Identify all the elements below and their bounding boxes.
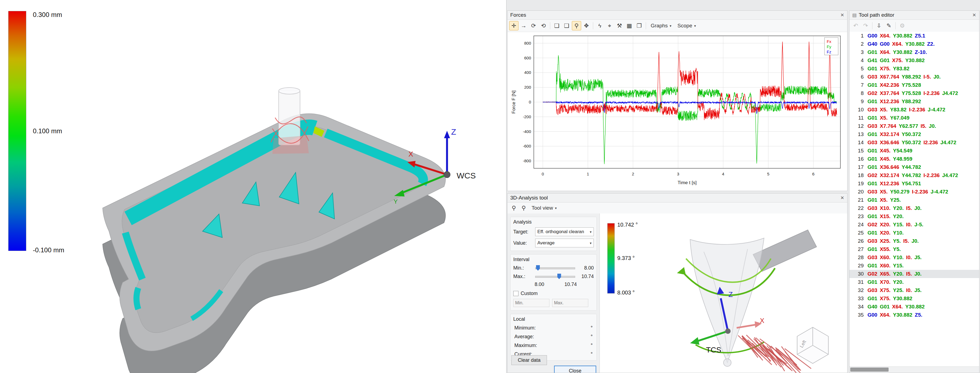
gcode-line[interactable]: 22G03X10.Y20.I5.J0. bbox=[850, 204, 979, 213]
statistics-icon[interactable]: ▦ bbox=[625, 21, 634, 30]
toolpath-settings-icon[interactable]: ⚙ bbox=[897, 21, 907, 30]
gcode-line[interactable]: 29G01X60.Y15. bbox=[850, 262, 979, 270]
interval-min-slider[interactable] bbox=[535, 265, 575, 271]
custom-min-input[interactable] bbox=[513, 299, 549, 307]
gcode-line[interactable]: 19G01X12.236Y54.751 bbox=[850, 179, 979, 188]
gcode-line[interactable]: 4G41G01X75.Y30.882 bbox=[850, 56, 979, 65]
collision-check-icon[interactable]: ⚒ bbox=[615, 21, 624, 30]
gcode-line[interactable]: 1G00X64.Y30.882Z5.1 bbox=[850, 32, 979, 40]
zoom-window-icon[interactable]: ❑ bbox=[562, 21, 571, 30]
gcode-list[interactable]: 1G00X64.Y30.882Z5.12G40G00X64.Y30.882Z2.… bbox=[850, 32, 979, 367]
gcode-token: Y30.882 bbox=[893, 312, 912, 318]
gcode-line[interactable]: 13G01X32.174Y50.372 bbox=[850, 130, 979, 138]
rotate-view-icon[interactable]: ⟲ bbox=[539, 21, 548, 30]
gcode-line[interactable]: 18G02X32.174Y44.782I-2.236J4.472 bbox=[850, 171, 979, 179]
gcode-line[interactable]: 34G40G01X64.Y30.882 bbox=[850, 303, 979, 311]
gcode-line[interactable]: 8G02X37.764Y75.528I-2.236J4.472 bbox=[850, 89, 979, 97]
svg-text:800: 800 bbox=[524, 41, 531, 45]
slider-thumb[interactable] bbox=[536, 265, 540, 271]
gcode-line[interactable]: 35G00X64.Y30.882Z5. bbox=[850, 311, 979, 319]
target-select[interactable]: Eff. orthogonal clearan ▾ bbox=[535, 227, 594, 236]
close-button[interactable]: Close bbox=[554, 366, 596, 373]
part-3d-viewport[interactable]: Z X Y WCS 0.300 mm 0.100 mm -0.100 mm bbox=[0, 0, 507, 373]
undo-icon[interactable]: ↶ bbox=[851, 21, 861, 30]
zoom-in-icon[interactable]: ⚲ bbox=[509, 203, 519, 213]
interval-max-value: 10.74 bbox=[578, 274, 594, 279]
feed-direction-arrow bbox=[690, 337, 699, 345]
gcode-line[interactable]: 28G03X60.Y10.I0.J5. bbox=[850, 253, 979, 262]
simulation-icon[interactable]: ϟ bbox=[595, 21, 605, 30]
measure-icon[interactable]: ⌖ bbox=[605, 21, 614, 30]
gcode-line[interactable]: 30G02X65.Y20.I5.J0. bbox=[850, 270, 979, 278]
gcode-line[interactable]: 26G03X25.Y5.I5.J0. bbox=[850, 237, 979, 245]
zoom-out-icon[interactable]: ⚲ bbox=[519, 203, 528, 213]
value-label: Value: bbox=[513, 240, 535, 246]
gcode-line[interactable]: 21G01X5.Y25. bbox=[850, 196, 979, 204]
gcode-line[interactable]: 33G01X75.Y30.882 bbox=[850, 294, 979, 303]
analysis-close-icon[interactable]: × bbox=[837, 194, 847, 202]
gcode-line[interactable]: 10G03X5.Y83.82I-2.236J-4.472 bbox=[850, 106, 979, 114]
gcode-line[interactable]: 7G01X42.236Y75.528 bbox=[850, 81, 979, 89]
gcode-line[interactable]: 14G03X36.646Y50.372I2.236J4.472 bbox=[850, 138, 979, 147]
clear-data-button[interactable]: Clear data bbox=[511, 355, 547, 365]
pan-hand-icon[interactable]: ✥ bbox=[582, 21, 591, 30]
gcode-line-number: 10 bbox=[851, 106, 864, 114]
gcode-line[interactable]: 27G01X55.Y5. bbox=[850, 245, 979, 253]
gcode-line[interactable]: 20G03X5.Y50.279I-2.236J-4.472 bbox=[850, 188, 979, 196]
gcode-line[interactable]: 15G01X45.Y54.549 bbox=[850, 147, 979, 155]
custom-checkbox[interactable] bbox=[513, 291, 519, 296]
gcode-token: X12.236 bbox=[880, 98, 899, 104]
gcode-line[interactable]: 2G40G00X64.Y30.882Z2. bbox=[850, 40, 979, 48]
slider-thumb[interactable] bbox=[557, 274, 561, 279]
pan-view-icon[interactable]: ✛ bbox=[509, 21, 519, 30]
gcode-line[interactable]: 23G01X15.Y20. bbox=[850, 213, 979, 221]
scrollbar-thumb[interactable] bbox=[850, 368, 889, 371]
forces-chart[interactable]: 0123456-800-600-400-2000200400600800FxFy… bbox=[509, 32, 847, 191]
tool-3d-view[interactable]: Z X TCS 10.742 ° 9.373 ° 8.003 ° bbox=[600, 213, 847, 373]
gcode-token: X60. bbox=[880, 254, 891, 260]
gcode-line[interactable]: 9G01X12.236Y88.292 bbox=[850, 97, 979, 106]
selection-arrow-icon[interactable]: → bbox=[519, 21, 528, 30]
horizontal-scrollbar[interactable] bbox=[850, 367, 979, 373]
gcode-token: X20. bbox=[880, 230, 891, 236]
tool-view-dropdown[interactable]: Tool view ▾ bbox=[529, 203, 560, 213]
refresh-icon[interactable]: ⟳ bbox=[529, 21, 538, 30]
gcode-line-number: 3 bbox=[851, 48, 864, 56]
gcode-line[interactable]: 5G01X75.Y83.82 bbox=[850, 65, 979, 73]
custom-max-input[interactable] bbox=[552, 299, 588, 307]
report-icon[interactable]: ❐ bbox=[635, 21, 644, 30]
x-axis-label: Time t [s] bbox=[678, 180, 697, 185]
gcode-line[interactable]: 25G01X20.Y10. bbox=[850, 229, 979, 237]
scale-mid-label: 0.100 mm bbox=[33, 127, 62, 135]
gcode-line[interactable]: 3G01X64.Y30.882Z-10. bbox=[850, 48, 979, 56]
gcode-line[interactable]: 31G01X70.Y20. bbox=[850, 278, 979, 286]
scope-dropdown[interactable]: Scope ▾ bbox=[675, 21, 698, 30]
graphs-dropdown[interactable]: Graphs ▾ bbox=[648, 21, 674, 30]
gcode-token: X75. bbox=[892, 57, 903, 63]
interval-max-slider[interactable] bbox=[535, 273, 575, 279]
value-select[interactable]: Average ▾ bbox=[535, 239, 594, 248]
toolbar-separator bbox=[646, 22, 646, 29]
gcode-line[interactable]: 16G01X45.Y48.959 bbox=[850, 155, 979, 163]
gcode-line[interactable]: 6G03X67.764Y88.292I-5.J0. bbox=[850, 73, 979, 81]
gcode-line[interactable]: 17G01X36.646Y44.782 bbox=[850, 163, 979, 171]
gcode-token: J0. bbox=[914, 205, 921, 211]
view-cube[interactable]: Left bbox=[797, 327, 828, 363]
gcode-token: X55. bbox=[880, 246, 891, 252]
toolpath-close-icon[interactable]: × bbox=[969, 11, 979, 19]
tool-tip bbox=[724, 359, 731, 367]
gcode-token: I0. bbox=[906, 254, 912, 260]
fit-view-icon[interactable]: ❏ bbox=[552, 21, 562, 30]
gcode-line[interactable]: 12G03X7.764Y62.577I5.J0. bbox=[850, 122, 979, 130]
gcode-line[interactable]: 11G01X5.Y67.049 bbox=[850, 114, 979, 122]
import-toolpath-icon[interactable]: ⇩ bbox=[874, 21, 884, 30]
edit-toolpath-icon[interactable]: ✎ bbox=[884, 21, 894, 30]
gcode-line[interactable]: 32G03X75.Y25.I0.J5. bbox=[850, 286, 979, 294]
gcode-token: Z2. bbox=[927, 41, 935, 47]
gcode-line[interactable]: 24G02X20.Y15.I0.J-5. bbox=[850, 221, 979, 229]
gcode-token: G01 bbox=[867, 156, 877, 162]
zoom-dynamic-icon[interactable]: ⚲ bbox=[572, 21, 581, 30]
forces-close-icon[interactable]: × bbox=[837, 11, 847, 19]
redo-icon[interactable]: ↷ bbox=[861, 21, 870, 30]
gcode-token: J-4.472 bbox=[931, 189, 948, 195]
